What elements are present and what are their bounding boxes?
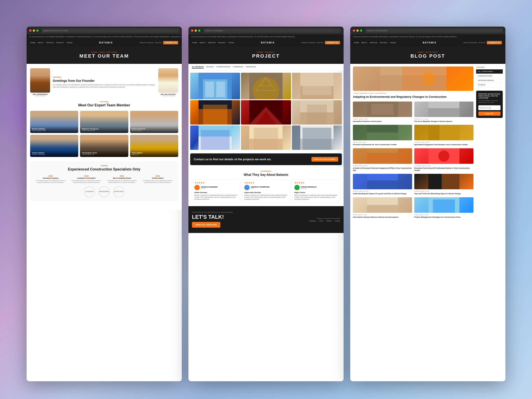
svg-rect-22	[201, 130, 230, 150]
svg-rect-13	[203, 105, 228, 125]
address-bar-project[interactable]: batamix.com/project	[203, 28, 341, 33]
address-bar-team[interactable]: batamix.com/meet-our-team	[42, 28, 179, 33]
project-cta-btn[interactable]: MAKE AN APPOINTMENT	[311, 157, 338, 162]
sidebar-cat-toolkit-label: TOOLKIT	[478, 84, 485, 86]
nav-home[interactable]: HOME	[30, 42, 35, 44]
project-img-1[interactable]	[190, 73, 240, 99]
browser-content-blog: ⚫ We just launched a new template called…	[350, 35, 505, 381]
address-text-blog: batamix.com/blog-post	[367, 30, 387, 32]
blog-card-img-1[interactable]	[414, 101, 474, 117]
project-img-6[interactable]	[292, 100, 342, 125]
social-youtube[interactable]: Youtube	[335, 220, 340, 222]
filter-interior[interactable]: INTERIOR DESIGN	[216, 66, 230, 69]
award-desc-2: Our building solutions are celebrated by…	[105, 180, 139, 184]
proj-nav-cta[interactable]: CONTACT US	[325, 41, 340, 44]
blog-card-img-4[interactable]	[353, 148, 412, 164]
social-instagram[interactable]: Instagram	[309, 220, 316, 222]
footer-cta-left: Find out why we are a great reference fo…	[192, 211, 233, 228]
newsletter-title: Subscribe and get freshly baked articles…	[478, 93, 500, 99]
blog-nav-cta[interactable]: CONTACT US	[487, 41, 502, 44]
filter-residential[interactable]: RESIDENTIAL	[246, 66, 256, 69]
blog-card-title-7[interactable]: Tips and Tricks for Maximizing Space in …	[414, 193, 474, 195]
proj-nav-home[interactable]: HOME	[192, 42, 197, 44]
sidebar-cat-construction-label: CONSTRUCTION	[478, 75, 492, 77]
nav-cta-team[interactable]: CONTACT US	[163, 41, 178, 44]
nav-service[interactable]: SERVICE	[46, 42, 54, 44]
blog-card-img-2[interactable]	[353, 125, 412, 140]
sidebar-cat-all[interactable]: ALL CATEGORIES ›	[476, 69, 503, 74]
nav-pages[interactable]: PAGES	[66, 42, 72, 44]
proj-title: PROJECT	[252, 53, 280, 59]
team-card-overlay-2: David Anderson SR. ARCHITECT	[130, 126, 178, 133]
social-linkedin[interactable]: LinkedIn	[326, 220, 332, 222]
blog-dot-maximize[interactable]	[360, 30, 362, 32]
sidebar-cat-construction[interactable]: CONSTRUCTION ›	[476, 74, 503, 78]
nav-about[interactable]: ABOUT	[38, 42, 44, 44]
blog-card-meta-9: FRIDAY, APRIL 7, 2023	[414, 214, 474, 215]
footer-cta-btn[interactable]: SEND US A MESSAGE	[192, 222, 220, 228]
blog-card-title-2[interactable]: Precision Instruments for Your Construct…	[353, 144, 412, 146]
founder-heading: Greetings from Our Founder	[53, 79, 156, 82]
blog-card-img-0[interactable]	[353, 101, 412, 117]
proj-nav-logo: BATAMIX	[261, 41, 275, 44]
blog-nav-service[interactable]: SERVICE	[370, 42, 378, 44]
project-img-8[interactable]	[241, 126, 291, 150]
featured-post-image[interactable]	[353, 66, 474, 91]
footer-cta-project: Find out why we are a great reference fo…	[188, 206, 344, 233]
proj-nav-about[interactable]: ABOUT	[200, 42, 206, 44]
blog-card-img-3[interactable]	[414, 125, 474, 140]
proj-nav-service[interactable]: SERVICE	[208, 42, 216, 44]
project-img-2[interactable]	[241, 73, 291, 99]
blog-card-title-6[interactable]: Understanding the Impact of Layout and F…	[353, 193, 412, 195]
sidebar-cat-interior[interactable]: INTERIOR DESIGN ›	[476, 78, 503, 83]
proj-fill-8	[241, 126, 291, 150]
blog-dot-minimize[interactable]	[356, 30, 359, 32]
dot-maximize[interactable]	[36, 30, 38, 32]
blog-card-title-4[interactable]: A Guide to Personal Protective Equipment…	[353, 167, 412, 172]
proj-dot-maximize[interactable]	[198, 30, 200, 32]
project-img-9[interactable]	[292, 126, 342, 150]
blog-card-img-8[interactable]	[353, 197, 412, 213]
blog-card-img-7[interactable]	[414, 174, 474, 189]
address-bar-blog[interactable]: batamix.com/blog-post	[365, 28, 503, 33]
team-member-name-0: Richard William	[32, 128, 76, 130]
project-img-4[interactable]	[190, 100, 240, 125]
filter-all[interactable]: ALL PROJECTS	[192, 66, 204, 69]
blog-card-title-5[interactable]: Essential Tools Every DIY Enthusiast Nee…	[414, 167, 474, 172]
blog-card-title-9[interactable]: Project Management Strategies for Constr…	[414, 216, 474, 218]
blog-nav-pages[interactable]: PAGES	[390, 42, 396, 44]
blog-card-img-5[interactable]	[414, 148, 474, 164]
blog-card-img-6[interactable]	[353, 174, 412, 189]
svg-rect-38	[367, 133, 398, 140]
social-tiktok[interactable]: TikTok	[319, 220, 323, 222]
filter-commercial[interactable]: COMMERCIAL	[233, 66, 243, 69]
site-nav-blog: HOME ABOUT SERVICE PROJECT PAGES BATAMIX…	[350, 39, 505, 46]
blog-nav-about[interactable]: ABOUT	[361, 42, 367, 44]
newsletter-subscribe-btn[interactable]: Subscribe	[478, 112, 500, 116]
dot-close[interactable]	[29, 30, 32, 32]
founder-photo-2	[158, 68, 178, 93]
blog-card-title-3[interactable]: Specialized Equipment That Elevates Your…	[414, 144, 474, 146]
testimonial-text-2: Batamix completed our residential projec…	[294, 194, 338, 200]
project-img-5[interactable]	[241, 100, 291, 125]
proj-nav-pages[interactable]: PAGES	[228, 42, 234, 44]
blog-nav-project[interactable]: PROJECT	[380, 42, 388, 44]
filter-building[interactable]: BUILDING	[206, 66, 214, 69]
blog-card-img-9[interactable]	[414, 197, 474, 213]
dot-minimize[interactable]	[33, 30, 35, 32]
blog-card-title-0[interactable]: Innovative Practices Construction	[353, 120, 412, 123]
proj-nav-project[interactable]: PROJECT	[218, 42, 226, 44]
blog-card-title-1[interactable]: The Art of Biophilic Design in Interior …	[414, 120, 474, 123]
project-img-3[interactable]	[292, 73, 342, 99]
team-member-name-4: Christopher Scott	[82, 152, 126, 154]
blog-dot-close[interactable]	[353, 30, 355, 32]
featured-title[interactable]: Adapting to Environmental and Regulatory…	[353, 95, 474, 99]
project-img-7[interactable]	[190, 126, 240, 150]
newsletter-email-input[interactable]	[478, 105, 500, 110]
nav-project[interactable]: PROJECT	[56, 42, 64, 44]
blog-card-title-8[interactable]: How Interior Design Influences Mood and …	[353, 216, 412, 218]
proj-dot-close[interactable]	[191, 30, 193, 32]
proj-dot-minimize[interactable]	[195, 30, 197, 32]
sidebar-cat-toolkit[interactable]: TOOLKIT ›	[476, 83, 503, 87]
blog-nav-home[interactable]: HOME	[354, 42, 359, 44]
